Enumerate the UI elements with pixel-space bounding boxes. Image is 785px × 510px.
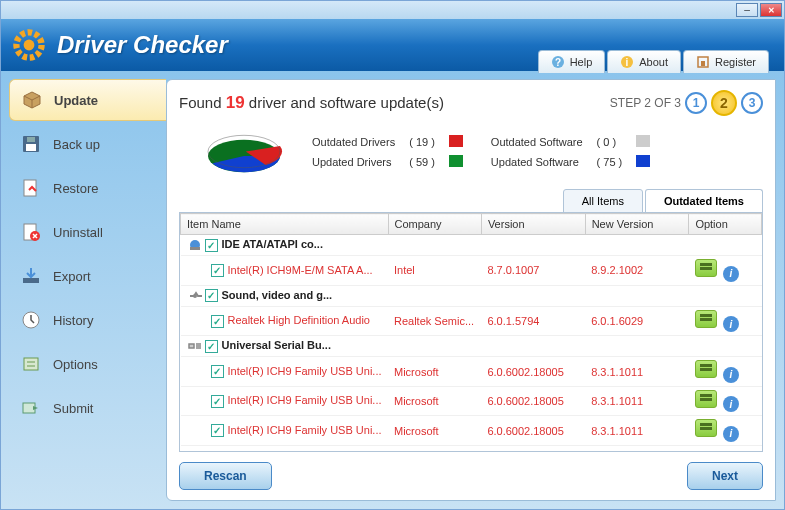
nav-label: Back up [53,137,100,152]
update-count: 19 [226,93,245,112]
step-2-active: 2 [711,90,737,116]
svg-rect-14 [23,278,39,283]
swatch-outdated-drivers [449,135,463,147]
col-version[interactable]: Version [481,214,585,235]
download-button[interactable] [695,360,717,378]
driver-row[interactable]: ✓Intel(R) ICH9 Family USB Uni...Microsof… [181,357,762,387]
category-icon [187,339,203,353]
sidebar-item-uninstall[interactable]: Uninstall [9,211,166,253]
svg-rect-16 [24,358,38,370]
clock-icon [21,310,41,330]
info-button[interactable]: i [723,426,739,442]
minimize-button[interactable]: ─ [736,3,758,17]
tab-outdated-items[interactable]: Outdated Items [645,189,763,213]
svg-rect-21 [190,247,200,250]
driver-row[interactable]: ✓Realtek High Definition AudioRealtek Se… [181,306,762,336]
info-button[interactable]: i [723,316,739,332]
swatch-updated-drivers [449,155,463,167]
step-indicator: STEP 2 OF 3 1 2 3 [610,90,763,116]
col-newver[interactable]: New Version [585,214,689,235]
col-company[interactable]: Company [388,214,481,235]
download-button[interactable] [695,390,717,408]
col-name[interactable]: Item Name [181,214,389,235]
nav-label: Update [54,93,98,108]
svg-text:?: ? [555,57,561,68]
checkbox[interactable]: ✓ [205,239,218,252]
sidebar-item-submit[interactable]: Submit [9,387,166,429]
category-row[interactable]: ✓IDE ATA/ATAPI co... [181,235,762,256]
nav-label: Options [53,357,98,372]
tab-all-items[interactable]: All Items [563,189,643,213]
category-icon [187,238,203,252]
sidebar: Update Back up Restore Uninstall Export … [1,71,166,509]
driver-row[interactable]: ✓Intel(R) ICH9M-E/M SATA A...Intel8.7.0.… [181,256,762,286]
package-icon [22,90,42,110]
close-button[interactable]: ✕ [760,3,782,17]
svg-rect-10 [27,137,35,142]
step-1: 1 [685,92,707,114]
app-title: Driver Checker [57,31,228,59]
sidebar-item-restore[interactable]: Restore [9,167,166,209]
nav-label: Uninstall [53,225,103,240]
uninstall-icon [21,222,41,242]
nav-label: Submit [53,401,93,416]
register-icon [696,55,710,69]
driver-row[interactable]: ✓Intel(R) ICH9 Family USB Uni...Microsof… [181,386,762,416]
nav-label: Export [53,269,91,284]
info-button[interactable]: i [723,266,739,282]
svg-text:i: i [626,57,629,68]
sidebar-item-update[interactable]: Update [9,79,166,121]
download-button[interactable] [695,259,717,277]
options-icon [21,354,41,374]
col-option[interactable]: Option [689,214,762,235]
about-icon: i [620,55,634,69]
restore-icon [21,178,41,198]
info-button[interactable]: i [723,367,739,383]
checkbox[interactable]: ✓ [211,395,224,408]
nav-label: Restore [53,181,99,196]
register-button[interactable]: Register [683,50,769,73]
checkbox[interactable]: ✓ [211,365,224,378]
sidebar-item-backup[interactable]: Back up [9,123,166,165]
content: Found 19 driver and software update(s) S… [166,79,776,501]
download-button[interactable] [695,419,717,437]
checkbox[interactable]: ✓ [205,289,218,302]
checkbox[interactable]: ✓ [211,424,224,437]
svg-point-1 [24,40,35,51]
swatch-updated-software [636,155,650,167]
export-icon [21,266,41,286]
step-3: 3 [741,92,763,114]
legend: Outdated Drivers( 19 ) Outdated Software… [304,131,658,173]
gear-icon [11,27,47,63]
rescan-button[interactable]: Rescan [179,462,272,490]
titlebar: ─ ✕ [1,1,784,19]
submit-icon [21,398,41,418]
found-text: Found 19 driver and software update(s) [179,93,444,113]
help-icon: ? [551,55,565,69]
next-button[interactable]: Next [687,462,763,490]
svg-rect-7 [701,61,705,66]
checkbox[interactable]: ✓ [211,315,224,328]
swatch-outdated-software [636,135,650,147]
help-button[interactable]: ?Help [538,50,606,73]
driver-row[interactable]: ✓Intel(R) ICH9 Family USB Uni...Microsof… [181,416,762,446]
download-button[interactable] [695,310,717,328]
nav-label: History [53,313,93,328]
category-row[interactable]: ✓Universal Serial Bu... [181,336,762,357]
about-button[interactable]: iAbout [607,50,681,73]
floppy-icon [21,134,41,154]
sidebar-item-options[interactable]: Options [9,343,166,385]
driver-table[interactable]: Item Name Company Version New Version Op… [179,212,763,452]
info-button[interactable]: i [723,396,739,412]
svg-point-22 [193,294,197,298]
sidebar-item-export[interactable]: Export [9,255,166,297]
category-icon [187,289,203,303]
pie-chart [199,124,289,179]
checkbox[interactable]: ✓ [211,264,224,277]
sidebar-item-history[interactable]: History [9,299,166,341]
category-row[interactable]: ✓Sound, video and g... [181,285,762,306]
checkbox[interactable]: ✓ [205,340,218,353]
header: Driver Checker ?Help iAbout Register [1,19,784,71]
svg-rect-9 [26,144,36,151]
